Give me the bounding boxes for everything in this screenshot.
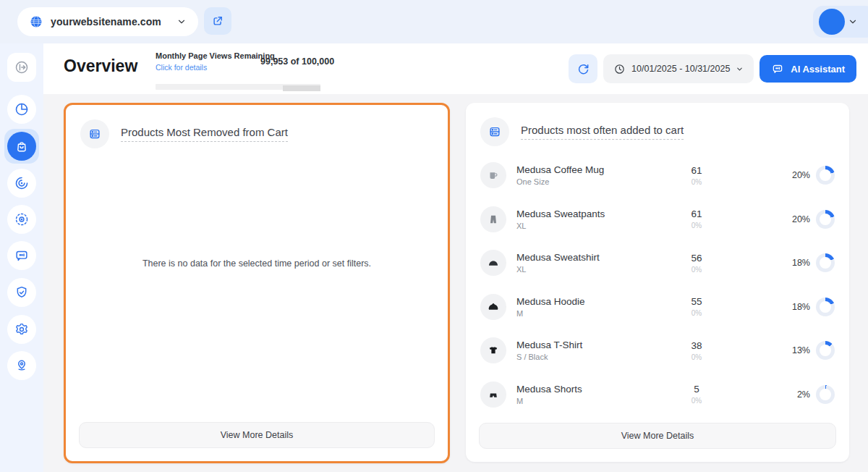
page-header: Overview Monthly Page Views Remaining Cl… (43, 43, 868, 94)
sidebar-item-heatmaps[interactable] (7, 205, 36, 234)
shield-check-icon (14, 285, 30, 300)
product-percent: 20% (792, 170, 810, 180)
card-title: Products most often added to cart (521, 124, 684, 140)
page-title: Overview (64, 56, 137, 76)
page-views-progress-bar (156, 84, 320, 90)
chat-bubble-icon (14, 248, 30, 264)
product-percent: 18% (792, 302, 810, 312)
product-variant: One Size (516, 177, 642, 186)
product-count-share: 0% (642, 397, 751, 405)
sidebar (0, 43, 43, 472)
view-more-details-button[interactable]: View More Details (79, 422, 435, 448)
product-percent: 2% (797, 389, 810, 400)
top-bar: yourwebsitename.com (0, 0, 868, 43)
product-name: Medusa Shorts (516, 384, 642, 395)
sidebar-item-security[interactable] (7, 278, 36, 307)
product-name: Medusa Sweatshirt (516, 252, 642, 263)
pie-chart-icon (14, 101, 30, 117)
table-icon-circle (80, 119, 109, 148)
external-link-icon (211, 14, 224, 28)
table-icon-circle (480, 117, 509, 146)
focus-target-icon (14, 211, 30, 227)
shopping-bag-icon (7, 132, 36, 161)
donut-chart (816, 253, 835, 272)
product-row: Medusa Sweatshirt XL 56 0% 18% (466, 241, 849, 285)
chat-bubble-icon (771, 62, 784, 75)
open-site-button[interactable] (204, 7, 231, 35)
product-count: 61 (642, 165, 751, 176)
product-percent: 13% (792, 345, 810, 355)
click-for-details-link[interactable]: Click for details (156, 63, 207, 72)
product-count: 38 (642, 340, 751, 351)
product-list: Medusa Coffee Mug One Size 61 0% 20% Med… (466, 153, 849, 416)
sidebar-item-feedback[interactable] (7, 241, 36, 270)
product-count: 5 (642, 384, 751, 395)
site-name: yourwebsitename.com (51, 16, 169, 28)
data-table-icon (88, 127, 102, 141)
product-thumbnail (480, 294, 506, 320)
donut-chart (816, 166, 835, 185)
site-selector[interactable]: yourwebsitename.com (17, 7, 198, 36)
gear-icon (14, 321, 30, 337)
donut-chart (816, 210, 835, 229)
card-most-added-to-cart: Products most often added to cart Medusa… (466, 103, 849, 462)
product-count: 55 (642, 296, 751, 307)
product-name: Medusa Hoodie (516, 296, 642, 307)
product-percent: 18% (792, 258, 810, 268)
product-row: Medusa Hoodie M 55 0% 18% (466, 285, 849, 329)
product-name: Medusa Coffee Mug (516, 164, 642, 175)
product-count-share: 0% (642, 178, 751, 186)
donut-chart (816, 385, 835, 404)
sidebar-item-funnel[interactable] (7, 169, 36, 198)
spiral-icon (14, 175, 30, 191)
sidebar-item-ecommerce[interactable] (4, 129, 39, 164)
product-thumbnail (480, 250, 506, 276)
product-row: Medusa Shorts M 5 0% 2% (466, 373, 849, 417)
product-thumbnail (480, 382, 506, 408)
location-pin-icon (14, 358, 30, 374)
donut-chart (816, 341, 835, 360)
card-title: Products Most Removed from Cart (121, 126, 288, 142)
chevron-down-icon (736, 65, 744, 73)
product-thumbnail (480, 206, 506, 232)
product-count-share: 0% (642, 222, 751, 229)
sidebar-item-journeys[interactable] (7, 351, 36, 380)
page-views-usage: 99,953 of 100,000 (260, 56, 334, 67)
product-variant: M (516, 309, 642, 318)
product-variant: S / Black (516, 353, 642, 361)
sidebar-item-settings[interactable] (7, 315, 36, 344)
chevron-down-icon (848, 17, 858, 27)
product-count-share: 0% (642, 266, 751, 274)
product-thumbnail (480, 162, 506, 188)
refresh-button[interactable] (569, 54, 597, 83)
donut-chart (816, 298, 835, 316)
content-area: Products Most Removed from Cart There is… (43, 94, 868, 472)
product-row: Medusa Coffee Mug One Size 61 0% 20% (466, 153, 849, 198)
product-count-share: 0% (642, 309, 751, 317)
date-range-value: 10/01/2025 - 10/31/2025 (631, 64, 730, 74)
refresh-icon (576, 62, 590, 76)
page-views-widget: Monthly Page Views Remaining Click for d… (156, 51, 373, 73)
product-name: Medusa T-Shirt (516, 340, 642, 350)
view-more-details-button[interactable]: View More Details (479, 423, 836, 449)
ai-assistant-label: AI Assistant (791, 64, 845, 75)
product-row: Medusa Sweatpants XL 61 0% 20% (466, 198, 849, 242)
ai-assistant-button[interactable]: AI Assistant (760, 55, 856, 83)
product-percent: 20% (792, 214, 810, 224)
arrow-circle-right-icon (14, 59, 30, 75)
sidebar-item-dashboard[interactable] (7, 95, 36, 124)
date-range-selector[interactable]: 10/01/2025 - 10/31/2025 (603, 54, 754, 83)
data-table-icon (488, 125, 502, 139)
product-count: 61 (642, 208, 751, 219)
globe-icon (29, 14, 43, 29)
product-variant: XL (516, 222, 642, 230)
product-thumbnail (480, 337, 506, 363)
product-row: Medusa T-Shirt S / Black 38 0% 13% (466, 329, 849, 373)
product-name: Medusa Sweatpants (516, 208, 642, 219)
chevron-down-icon (176, 17, 187, 27)
empty-state-message: There is no data for the selected time p… (66, 258, 448, 269)
product-count: 56 (642, 253, 751, 264)
account-menu[interactable] (813, 6, 868, 38)
sidebar-item-collapse[interactable] (7, 53, 36, 82)
progress-segment (283, 85, 320, 91)
